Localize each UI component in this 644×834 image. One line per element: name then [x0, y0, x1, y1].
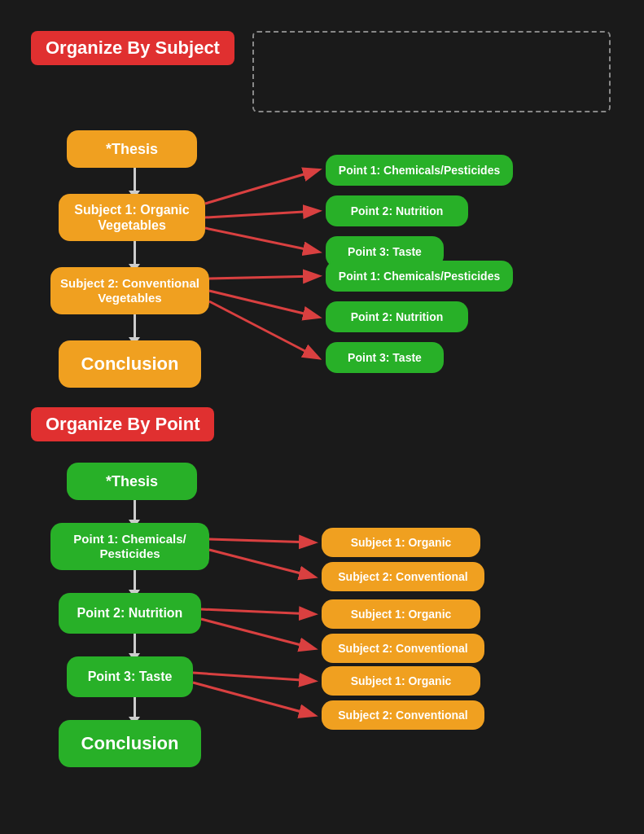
svg-line-1 — [205, 211, 318, 217]
svg-line-9 — [201, 619, 313, 648]
point1-node: Point 1: Chemicals/ Pesticides — [50, 523, 209, 570]
p1-subj2: Subject 2: Conventional — [322, 562, 484, 591]
thesis-node-s1: *Thesis — [67, 130, 197, 168]
point3-node: Point 3: Taste — [67, 656, 193, 697]
p3-subj1: Subject 1: Organic — [322, 666, 480, 696]
svg-line-8 — [201, 609, 313, 614]
section1-header: Organize By Subject — [31, 31, 234, 65]
conclusion-node-s2: Conclusion — [59, 720, 201, 767]
subject1-node: Subject 1: Organic Vegetables — [59, 194, 205, 241]
svg-line-4 — [209, 291, 318, 317]
s1-p1-label: Point 1: Chemicals/Pesticides — [326, 155, 513, 186]
p1-subj1: Subject 1: Organic — [322, 528, 480, 557]
svg-line-11 — [193, 683, 313, 715]
svg-line-7 — [209, 550, 313, 577]
p2-subj2: Subject 2: Conventional — [322, 634, 484, 663]
subject2-node: Subject 2: Conventional Vegetables — [50, 267, 209, 314]
s1-p2-label: Point 2: Nutrition — [326, 195, 468, 226]
s2-p1-label: Point 1: Chemicals/Pesticides — [326, 261, 513, 292]
s2-p3-label: Point 3: Taste — [326, 342, 444, 373]
conclusion-node-s1: Conclusion — [59, 340, 201, 388]
svg-line-0 — [205, 170, 318, 204]
section2-header: Organize By Point — [31, 407, 214, 441]
svg-line-3 — [209, 276, 318, 279]
p3-subj2: Subject 2: Conventional — [322, 700, 484, 730]
svg-line-5 — [209, 301, 318, 358]
thesis-node-s2: *Thesis — [67, 463, 197, 500]
point2-node: Point 2: Nutrition — [59, 593, 201, 634]
svg-line-10 — [193, 673, 313, 681]
svg-line-2 — [205, 228, 318, 252]
svg-line-6 — [209, 539, 313, 542]
p2-subj1: Subject 1: Organic — [322, 599, 480, 629]
s2-p2-label: Point 2: Nutrition — [326, 301, 468, 332]
dashed-box — [252, 31, 611, 112]
